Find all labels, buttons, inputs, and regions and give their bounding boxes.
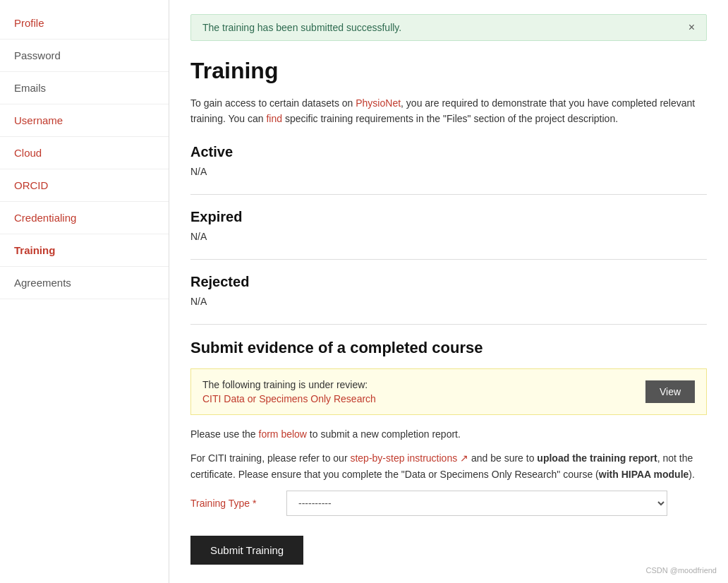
under-review-course-link[interactable]: CITI Data or Specimens Only Research (202, 393, 376, 404)
find-link[interactable]: find (266, 113, 282, 124)
view-button[interactable]: View (645, 380, 695, 403)
page-description: To gain access to certain datasets on Ph… (190, 95, 707, 127)
form-note-2: For CITI training, please refer to our s… (190, 450, 707, 482)
expired-heading: Expired (190, 209, 707, 225)
sidebar-item-emails[interactable]: Emails (0, 72, 169, 104)
training-type-label: Training Type * (190, 498, 275, 509)
divider-3 (190, 324, 707, 325)
main-content: The training has been submitted successf… (169, 0, 728, 583)
sidebar-item-password[interactable]: Password (0, 40, 169, 72)
divider-2 (190, 259, 707, 260)
sidebar-item-credentialing[interactable]: Credentialing (0, 202, 169, 234)
physionet-link[interactable]: PhysioNet (356, 97, 401, 109)
under-review-label: The following training is under review: (202, 379, 376, 390)
submit-training-button[interactable]: Submit Training (190, 536, 303, 565)
page-title: Training (190, 58, 707, 84)
rejected-value: N/A (190, 296, 707, 307)
sidebar-item-training[interactable]: Training (0, 234, 169, 267)
under-review-box: The following training is under review: … (190, 368, 707, 415)
sidebar-item-username[interactable]: Username (0, 104, 169, 137)
alert-close-button[interactable]: × (688, 22, 695, 33)
sidebar-item-orcid[interactable]: ORCID (0, 169, 169, 202)
rejected-heading: Rejected (190, 274, 707, 290)
training-type-row: Training Type * ---------- CITI Data or … (190, 491, 707, 516)
submit-section-title: Submit evidence of a completed course (190, 339, 707, 357)
sidebar-item-profile[interactable]: Profile (0, 7, 169, 40)
under-review-text: The following training is under review: … (202, 379, 376, 404)
divider-1 (190, 194, 707, 195)
form-link[interactable]: form below (259, 428, 307, 440)
training-type-select[interactable]: ---------- CITI Data or Specimens Only R… (286, 491, 667, 516)
form-note-1: Please use the form below to submit a ne… (190, 426, 707, 442)
expired-value: N/A (190, 231, 707, 242)
sidebar-item-cloud[interactable]: Cloud (0, 137, 169, 169)
required-star: * (253, 498, 256, 509)
sidebar: Profile Password Emails Username Cloud O… (0, 0, 169, 583)
instructions-link[interactable]: step-by-step instructions ↗ (350, 452, 468, 464)
active-value: N/A (190, 166, 707, 177)
success-alert: The training has been submitted successf… (190, 14, 707, 41)
sidebar-item-agreements[interactable]: Agreements (0, 267, 169, 299)
active-heading: Active (190, 144, 707, 160)
watermark: CSDN @moodfriend (646, 566, 717, 575)
alert-message: The training has been submitted successf… (202, 22, 401, 33)
